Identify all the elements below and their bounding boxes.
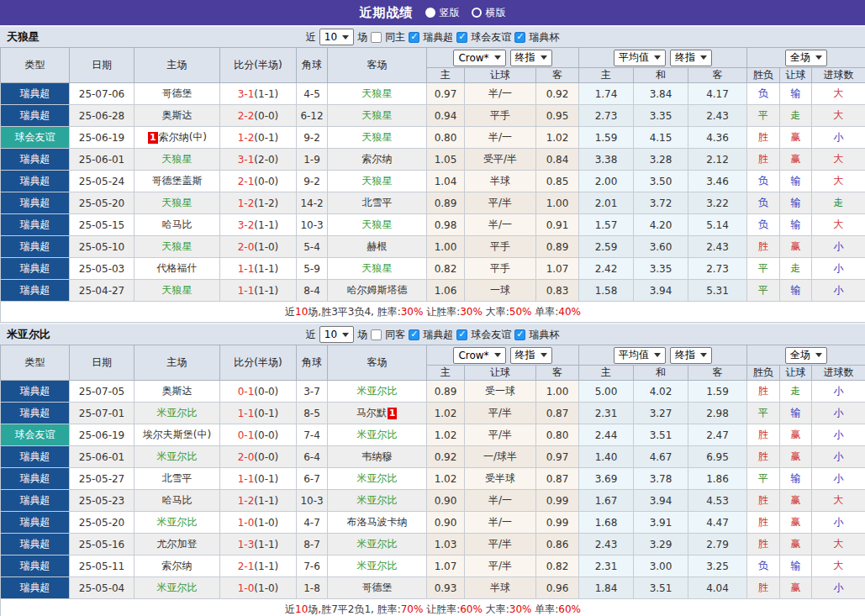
corner-cell: 7-6: [297, 555, 328, 577]
result-flag: 小: [834, 407, 844, 419]
result-cell: 小: [812, 446, 865, 468]
odds-cell: 0.95: [536, 105, 579, 127]
league-checkbox-0[interactable]: [409, 32, 419, 43]
league-checkbox-2[interactable]: [514, 32, 525, 43]
radio-vertical[interactable]: 竖版: [425, 6, 460, 20]
index-type-select[interactable]: 终指: [510, 347, 552, 364]
column-header: 主场: [134, 48, 220, 83]
score-cell: 1-1(0-1): [220, 468, 297, 490]
score-cell: 1-2(0-1): [220, 127, 297, 149]
home-team-name: 哥德堡盖斯: [152, 175, 203, 187]
corner-cell: 7-4: [297, 424, 328, 446]
result-flag: 大: [834, 109, 844, 121]
result-flag: 大: [834, 87, 844, 99]
same-venue-checkbox[interactable]: [371, 329, 382, 340]
league-checkbox-2[interactable]: [514, 329, 525, 340]
bookmaker-header-group: Crow*终指: [427, 48, 579, 68]
away-team-name: 索尔纳: [362, 153, 393, 165]
section-controls-1: 天狼星近10场同主瑞典超球会友谊瑞典杯: [0, 25, 865, 47]
odds-cell: 0.97: [536, 446, 579, 468]
odds-cell: 半/一: [465, 83, 536, 105]
table-row: 瑞典超25-04-27天狼星1-1(1-1)8-4哈尔姆斯塔德1.06一球0.8…: [1, 280, 865, 302]
table-row: 瑞典超25-05-20天狼星1-2(1-2)14-2北雪平0.89平/半1.00…: [1, 192, 865, 214]
league-checkbox-1[interactable]: [456, 32, 467, 43]
score-cell: 2-0(1-0): [220, 236, 297, 258]
odds-cell: 半球: [465, 577, 536, 599]
result-flag: 胜: [758, 240, 768, 252]
average-select[interactable]: 平均值: [614, 347, 666, 364]
scope-select[interactable]: 全场: [785, 347, 827, 364]
same-venue-label: 同客: [385, 328, 405, 342]
home-team-name: 哈马比: [162, 218, 193, 230]
column-header: 主: [579, 68, 634, 83]
bookmaker-select[interactable]: Crow*: [453, 347, 505, 364]
result-cell: 小: [812, 258, 865, 280]
avg-odds-cell: 4.17: [688, 83, 747, 105]
full-time-score: 0-1: [238, 429, 255, 441]
same-venue-checkbox[interactable]: [371, 32, 382, 43]
summary-cell: 近10场,胜3平3负4, 胜率:30% 让胜率:30% 大率:50% 单率:40…: [1, 302, 865, 323]
result-cell: 平: [747, 105, 780, 127]
result-cell: 胜: [747, 149, 780, 171]
result-flag: 走: [791, 262, 801, 274]
match-type-cell: 瑞典超: [1, 236, 70, 258]
index-type-select[interactable]: 终指: [510, 50, 552, 66]
avg-odds-cell: 3.27: [634, 403, 688, 424]
summary-text: 30%: [460, 306, 483, 318]
score-cell: 1-1(1-1): [220, 258, 297, 280]
home-team-name: 索尔纳(中): [159, 131, 207, 143]
home-team-name: 哈马比: [162, 494, 193, 506]
result-cell: 赢: [780, 127, 812, 149]
index-type-select-2[interactable]: 终指: [670, 50, 712, 66]
average-select[interactable]: 平均值: [614, 50, 666, 66]
summary-cell: 近10场,胜7平2负1, 胜率:70% 让胜率:60% 大率:30% 单率:60…: [1, 599, 865, 616]
chevron-down-icon: [654, 353, 661, 357]
avg-odds-cell: 2.12: [688, 149, 747, 171]
odds-cell: 半/一: [465, 214, 536, 236]
result-flag: 平: [758, 109, 768, 121]
odds-cell: 1.06: [427, 280, 465, 302]
column-header: 客场: [328, 345, 427, 381]
result-cell: 赢: [780, 424, 812, 446]
bookmaker-select[interactable]: Crow*: [453, 50, 505, 66]
odds-cell: 0.93: [427, 577, 465, 599]
half-time-score: (1-0): [254, 582, 278, 594]
half-time-score: (0-0): [254, 110, 278, 122]
index-type-select-2[interactable]: 终指: [670, 347, 712, 364]
result-cell: 输: [780, 83, 812, 105]
result-flag: 输: [791, 407, 801, 419]
chevron-down-icon: [815, 353, 822, 357]
home-team-name: 北雪平: [162, 472, 193, 484]
odds-cell: 1.02: [427, 403, 465, 424]
away-team-name: 天狼星: [362, 87, 393, 99]
column-header: 主: [427, 68, 465, 83]
avg-odds-cell: 3.72: [634, 192, 688, 214]
scope-select-value: 全场: [790, 50, 810, 65]
result-cell: 大: [812, 149, 865, 171]
result-flag: 负: [758, 197, 768, 208]
summary-text: 场,胜3平3负4, 胜率:: [308, 306, 400, 318]
card-badge: 1: [388, 408, 398, 419]
column-header: 和: [634, 366, 688, 381]
avg-odds-cell: 3.29: [634, 534, 688, 555]
avg-odds-cell: 4.47: [688, 512, 747, 534]
league-checkbox-0[interactable]: [409, 329, 419, 340]
chevron-down-icon: [342, 333, 349, 337]
scope-select[interactable]: 全场: [785, 50, 827, 66]
match-count-select[interactable]: 10: [319, 326, 354, 343]
summary-text: 让胜率:: [423, 603, 460, 615]
avg-odds-cell: 3.38: [579, 149, 634, 171]
corner-cell: 6-7: [297, 468, 328, 490]
corner-cell: 8-5: [297, 403, 328, 424]
league-checkbox-1[interactable]: [456, 329, 467, 340]
corner-cell: 1-8: [297, 577, 328, 599]
league-label-0: 瑞典超: [423, 328, 453, 342]
column-header: 和: [634, 68, 688, 83]
away-team-cell: 天狼星: [328, 83, 427, 105]
average-header-group: 平均值终指: [579, 48, 747, 68]
radio-horizontal[interactable]: 横版: [472, 6, 506, 20]
match-count-select-value: 10: [324, 329, 337, 340]
scope-header-group: 全场: [747, 48, 865, 68]
match-count-select[interactable]: 10: [319, 29, 354, 45]
match-type-cell: 瑞典超: [1, 192, 70, 214]
